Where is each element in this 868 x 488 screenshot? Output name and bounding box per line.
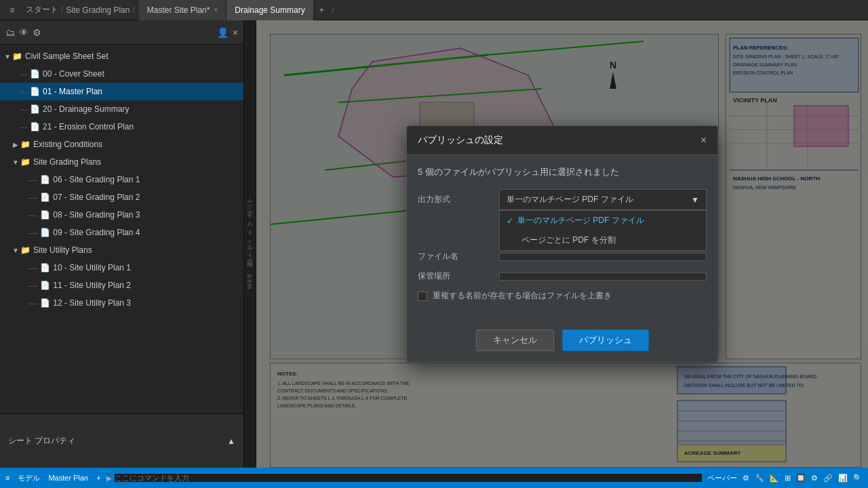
status-icon-6[interactable]: ⚙ (811, 474, 818, 483)
tree-item-sg2[interactable]: ----📄07 - Site Grading Plan 2 (0, 188, 243, 206)
tree-icon-su1: 📄 (40, 263, 50, 272)
sidebar-close-button[interactable]: × (233, 27, 238, 38)
dropdown-item-multipage[interactable]: ✓ 単一のマルチページ PDF ファイル (500, 211, 706, 230)
tree-item-drainage[interactable]: ---📄20 - Drainage Summary (0, 100, 243, 118)
tree-item-existing[interactable]: ▶📁Existing Conditions (0, 136, 243, 153)
tree-item-cover[interactable]: ---📄00 - Cover Sheet (0, 65, 243, 83)
modal-body: 5 個のファイルがパブリッシュ用に選択されました 出力形式 単一のマルチページ … (407, 155, 717, 321)
status-right: ペーパー ⚙ 🔧 📐 ⊞ 🔲 ⚙ 🔗 📊 🔍 (707, 473, 863, 483)
hamburger-status[interactable]: ≡ (5, 474, 9, 482)
tree-label-su2: 11 - Site Utility Plan 2 (53, 281, 131, 290)
tree-label-drainage: 20 - Drainage Summary (43, 104, 129, 114)
modal-subtitle: 5 個のファイルがパブリッシュ用に選択されました (418, 166, 707, 178)
tree-label-sg3: 08 - Site Grading Plan 3 (53, 210, 140, 220)
tab-drainage-summary[interactable]: Drainage Summary (226, 0, 313, 20)
tree-toggle-sitegrading[interactable]: ▼ (11, 159, 20, 166)
output-format-label: 出力形式 (418, 194, 499, 205)
tree-container: ▼📁Civil Sample Sheet Set---📄00 - Cover S… (0, 45, 243, 413)
tree-item-su1[interactable]: ----📄10 - Site Utility Plan 1 (0, 259, 243, 277)
dropdown-arrow-icon: ▼ (691, 195, 699, 205)
drawing-area: N PLAN REFERENCES: SITE GRADING PLAN - S… (256, 20, 868, 468)
tree-item-siteutil[interactable]: ▼📁Site Utility Plans (0, 241, 243, 259)
tab-master-site-plan[interactable]: Master Site Plan* × (139, 0, 227, 20)
layout-tab[interactable]: Master Plan (48, 474, 88, 482)
hamburger-menu[interactable]: ≡ (3, 0, 22, 20)
tree-label-sg1: 06 - Site Grading Plan 1 (53, 175, 140, 184)
status-icon-9[interactable]: 🔍 (853, 474, 863, 483)
tree-item-master[interactable]: ---📄01 - Master Plan (0, 83, 243, 100)
tab-add-button[interactable]: + (314, 5, 330, 15)
status-icon-2[interactable]: 🔧 (755, 474, 764, 483)
status-icon-8[interactable]: 📊 (838, 474, 848, 483)
status-icon-4[interactable]: ⊞ (785, 474, 791, 483)
storage-label: 保管場所 (418, 270, 499, 282)
tree-label-cover: 00 - Cover Sheet (43, 69, 104, 79)
status-icon-7[interactable]: 🔗 (823, 474, 833, 483)
tree-icon-erosion: 📄 (30, 122, 40, 131)
tree-label-siteutil: Site Utility Plans (33, 245, 92, 255)
publish-dialog: パブリッシュの設定 × 5 個のファイルがパブリッシュ用に選択されました 出力形… (406, 125, 718, 363)
tree-item-sg3[interactable]: ----📄08 - Site Grading Plan 3 (0, 206, 243, 224)
tree-item-su3[interactable]: ----📄12 - Site Utility Plan 3 (0, 294, 243, 312)
command-area: ▶ (101, 474, 707, 482)
sidebar-toolbar: 🗂 👁 ⚙ (5, 27, 41, 38)
breadcrumb-start[interactable]: スタート (26, 4, 58, 16)
filename-row: ファイル名 (418, 251, 707, 262)
overwrite-checkbox[interactable] (418, 291, 427, 301)
tree-item-sitegrading[interactable]: ▼📁Site Grading Plans (0, 153, 243, 171)
tree-dashes: --- (20, 106, 27, 113)
tree-icon-sg1: 📄 (40, 175, 50, 184)
tree-toggle-root[interactable]: ▼ (3, 53, 12, 60)
tree-icon-su2: 📄 (40, 281, 50, 290)
modal-close-button[interactable]: × (701, 134, 707, 146)
tree-dashes: ---- (28, 194, 37, 201)
tree-item-erosion[interactable]: ---📄21 - Erosion Control Plan (0, 118, 243, 136)
tree-icon-cover: 📄 (30, 69, 40, 79)
output-format-dropdown: ✓ 単一のマルチページ PDF ファイル ページごとに PDF を分割 (499, 210, 707, 251)
sheet-properties-panel: シート プロパティ ▲ (0, 413, 243, 468)
tree-dashes: --- (20, 88, 27, 96)
tree-icon-sg4: 📄 (40, 228, 50, 237)
tree-label-sitegrading: Site Grading Plans (33, 157, 101, 167)
command-input[interactable] (115, 474, 702, 482)
status-icon-1[interactable]: ⚙ (743, 474, 749, 483)
publish-button[interactable]: パブリッシュ (562, 329, 649, 351)
sidebar-icon-views[interactable]: 👁 (19, 27, 28, 38)
tree-icon-su3: 📄 (40, 298, 50, 308)
tree-icon-existing: 📁 (20, 140, 31, 149)
tree-item-sg1[interactable]: ----📄06 - Site Grading Plan 1 (0, 171, 243, 188)
breadcrumb-site-grading[interactable]: Site Grading Plan (66, 5, 130, 15)
filename-input-display[interactable] (499, 253, 707, 261)
output-format-select[interactable]: 単一のマルチページ PDF ファイル ▼ ✓ 単一のマルチページ PDF ファイ… (499, 189, 707, 210)
dropdown-item-perpage[interactable]: ページごとに PDF を分割 (500, 230, 706, 250)
vertical-strip-label: WEB 用シートセット マネージャ (245, 199, 254, 289)
cancel-button[interactable]: キャンセル (476, 329, 554, 351)
tree-label-su3: 12 - Site Utility Plan 3 (53, 298, 131, 308)
tree-icon-siteutil: 📁 (20, 245, 31, 255)
sheet-properties-title: シート プロパティ (8, 435, 75, 447)
overwrite-checkbox-label: 重複する名前が存在する場合はファイルを上書き (433, 290, 612, 302)
main-layout: 🗂 👁 ⚙ 👤 × ▼📁Civil Sample Sheet Set---📄00… (0, 20, 868, 468)
sidebar-icon-settings[interactable]: ⚙ (33, 27, 41, 38)
tree-toggle-siteutil[interactable]: ▼ (11, 247, 20, 254)
storage-input-display[interactable] (499, 272, 707, 281)
tab-close-master[interactable]: × (214, 6, 218, 14)
overwrite-checkbox-row: 重複する名前が存在する場合はファイルを上書き (418, 290, 707, 302)
tree-dashes: ---- (28, 211, 37, 219)
tree-item-sg4[interactable]: ----📄09 - Site Grading Plan 4 (0, 224, 243, 241)
model-label: モデル (18, 473, 40, 483)
tree-dashes: --- (20, 70, 27, 78)
status-icon-5[interactable]: 🔲 (796, 474, 806, 483)
tree-toggle-existing[interactable]: ▶ (11, 141, 20, 148)
tree-item-su2[interactable]: ----📄11 - Site Utility Plan 2 (0, 277, 243, 294)
command-prompt: ▶ (106, 474, 112, 482)
output-format-display[interactable]: 単一のマルチページ PDF ファイル ▼ (499, 189, 707, 210)
tree-dashes: --- (20, 123, 27, 131)
sidebar-user-icon: 👤 (217, 27, 229, 38)
tree-icon-root: 📁 (12, 52, 22, 61)
tree-item-root[interactable]: ▼📁Civil Sample Sheet Set (0, 47, 243, 65)
status-icon-3[interactable]: 📐 (770, 474, 779, 483)
tree-icon-master: 📄 (30, 87, 40, 96)
sidebar-icon-sheets[interactable]: 🗂 (5, 27, 15, 38)
sheet-properties-toggle[interactable]: ▲ (227, 436, 235, 446)
